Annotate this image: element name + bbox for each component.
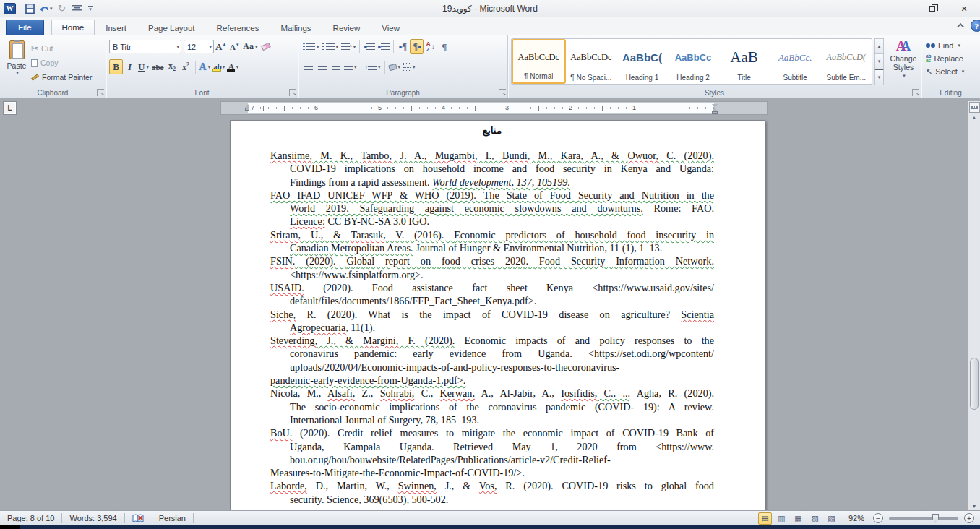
sort-button[interactable]: AZ↓ (424, 39, 437, 54)
tab-mailings[interactable]: Mailings (270, 20, 322, 35)
reference-line[interactable]: uploads/2020/04/Economic-impacts-of-and-… (270, 361, 714, 374)
reference-line[interactable]: coronavirus pandemic: early evidence fro… (270, 347, 714, 360)
reference-line[interactable]: Nicola, M., Alsafi, Z., Sohrabi, C., Ker… (270, 387, 714, 400)
reference-line[interactable]: default/files/documents/1866/FFP_Fact_Sh… (270, 294, 714, 307)
reference-line[interactable]: Laborde, D., Martin, W., Swinnen, J., & … (270, 479, 714, 492)
outline-view-button[interactable]: ▧ (808, 512, 822, 525)
style-chip-heading-2[interactable]: AaBbCcHeading 2 (668, 39, 719, 84)
subscript-button[interactable]: x2 (166, 59, 179, 74)
italic-button[interactable]: I (123, 59, 137, 74)
styles-gallery-more-icon[interactable]: ▼ (874, 69, 884, 85)
tab-insert[interactable]: Insert (95, 20, 137, 35)
tab-view[interactable]: View (371, 20, 411, 35)
ltr-text-direction-button[interactable]: ▸¶ (396, 39, 410, 54)
styles-dialog-launcher[interactable] (912, 89, 919, 96)
reference-line[interactable]: Steverding, J., & Margini, F. (2020). Ec… (270, 334, 714, 347)
scroll-down-arrow[interactable]: ▼ (972, 503, 977, 510)
save-button[interactable] (24, 2, 35, 15)
zoom-slider-handle[interactable] (932, 514, 939, 523)
reference-line[interactable]: FAO IFAD UNICEF WFP & WHO (2019). The St… (270, 189, 714, 202)
style-chip-heading-1[interactable]: AaBbC(Heading 1 (616, 39, 668, 84)
cut-button[interactable]: ✂ Cut (31, 41, 92, 56)
undo-button[interactable]: ▾ (39, 2, 53, 15)
numbering-button[interactable]: ▾ (321, 39, 340, 54)
line-spacing-button[interactable]: ↕▾ (364, 59, 382, 74)
minimize-button[interactable] (885, 0, 916, 17)
align-right-button[interactable] (329, 59, 343, 74)
reference-line[interactable]: Kansiime, M. K., Tambo, J. A., Mugambi, … (270, 149, 714, 162)
word-count[interactable]: Words: 3,594 (62, 511, 124, 525)
ruler-toggle-button[interactable] (969, 102, 980, 113)
reference-line[interactable]: Agropecuaria, 11(1). (270, 321, 714, 334)
tab-references[interactable]: References (206, 20, 270, 35)
bold-button[interactable]: B (109, 59, 123, 74)
replace-button[interactable]: abac Replace (924, 52, 978, 65)
scroll-up-arrow[interactable]: ▲ (972, 114, 977, 121)
scrollbar-track[interactable] (968, 121, 980, 503)
select-button[interactable]: ↖ Select▾ (924, 65, 978, 78)
font-name-combo[interactable]: B Titr▾ (109, 40, 181, 53)
minimize-ribbon-icon[interactable] (957, 23, 964, 30)
font-color-button[interactable]: A▾ (226, 59, 240, 74)
reference-line[interactable]: Measures-to-Mitigate-the-Economic-Impact… (270, 466, 714, 479)
reference-line[interactable]: International Journal of Surgery, 78, 18… (270, 413, 714, 426)
zoom-level[interactable]: 92% (841, 514, 870, 522)
reference-line[interactable]: World 2019. Safeguarding against economi… (270, 202, 714, 215)
tab-review[interactable]: Review (322, 20, 371, 35)
reference-line[interactable]: Canadian Metropolitan Areas. Journal of … (270, 241, 714, 254)
center-button[interactable] (72, 2, 83, 15)
undo-dropdown-arrow[interactable]: ▾ (50, 6, 53, 12)
multilevel-list-button[interactable]: ¹▾ (340, 39, 357, 54)
format-painter-button[interactable]: Format Painter (31, 70, 92, 85)
word-logo-icon[interactable]: W (4, 3, 16, 14)
style-chip-subtitle[interactable]: AaBbCc.Subtitle (770, 39, 821, 84)
draft-view-button[interactable]: ▨ (825, 512, 838, 525)
reference-line[interactable]: Licence: CC BY-NC-SA 3.0 IGO. (270, 215, 714, 228)
reference-line[interactable]: Siche, R. (2020). What is the impact of … (270, 308, 714, 321)
document-page[interactable]: منابع Kansiime, M. K., Tambo, J. A., Mug… (230, 120, 765, 510)
reference-line[interactable]: BoU. (2020). Credit relief measures to m… (270, 426, 714, 439)
paragraph-dialog-launcher[interactable] (499, 89, 506, 96)
change-styles-button[interactable]: AA Change Styles ▾ (887, 38, 920, 86)
reference-line[interactable]: Uganda, Kampala Uganda. Retrieved May 1,… (270, 440, 714, 453)
reference-line[interactable]: FSIN. (2020). Global report on food cris… (270, 254, 714, 267)
clear-formatting-button[interactable] (259, 39, 273, 54)
zoom-out-button[interactable]: − (873, 513, 883, 523)
superscript-button[interactable]: x2 (179, 59, 193, 74)
reference-line[interactable]: security. Science, 369(6503), 500-502. (270, 493, 714, 506)
zoom-slider[interactable] (889, 517, 958, 520)
align-left-button[interactable] (301, 59, 315, 74)
reference-line[interactable]: The socio-economic implications of the c… (270, 400, 714, 413)
reference-line[interactable]: pandemic-early-evidence-from-Uganda-1.pd… (270, 374, 714, 387)
styles-scroll-up-icon[interactable]: ▲ (874, 38, 884, 54)
reference-line[interactable]: USAID. (2020). Food assistance fact shee… (270, 281, 714, 294)
restore-button[interactable] (916, 0, 948, 17)
print-layout-view-button[interactable]: ▤ (758, 512, 772, 525)
highlight-color-button[interactable]: ab▾ (212, 59, 226, 74)
shading-button[interactable]: ▾ (387, 59, 403, 74)
customize-qat-button[interactable]: ▾ (88, 6, 93, 12)
decrease-indent-button[interactable]: ◂ (362, 39, 377, 54)
zoom-in-button[interactable]: + (964, 513, 974, 523)
find-button[interactable]: Find▾ (924, 39, 978, 52)
reference-line[interactable]: COVID-19 implications on household incom… (270, 162, 714, 175)
font-size-combo[interactable]: 12▾ (184, 40, 214, 53)
help-icon[interactable]: ? (971, 20, 980, 32)
reference-line[interactable]: <https://www.fsinplatform.org>. (270, 268, 714, 281)
copy-button[interactable]: Copy (31, 56, 92, 70)
reference-line[interactable]: Findings from a rapid assessment. World … (270, 176, 714, 189)
paste-dropdown-arrow[interactable]: ▾ (16, 70, 19, 76)
font-dialog-launcher[interactable] (289, 89, 296, 96)
grow-font-button[interactable]: A▲ (214, 39, 228, 54)
rtl-text-direction-button[interactable]: ¶◂ (410, 39, 424, 54)
justify-button[interactable]: ▾ (343, 59, 358, 74)
style-chip--normal[interactable]: AaBbCcDc¶ Normal (512, 39, 566, 84)
change-case-button[interactable]: Aa▾ (241, 39, 259, 54)
style-chip-subtle-em-[interactable]: AaBbCcD(Subtle Em... (820, 39, 872, 84)
text-effects-button[interactable]: A▾ (198, 59, 212, 74)
right-indent-marker[interactable] (711, 104, 718, 114)
underline-button[interactable]: U▾ (137, 59, 150, 74)
web-layout-view-button[interactable]: ▦ (791, 512, 805, 525)
vertical-scrollbar[interactable]: ▲ ▼ (968, 101, 980, 510)
shrink-font-button[interactable]: A▼ (228, 39, 241, 54)
